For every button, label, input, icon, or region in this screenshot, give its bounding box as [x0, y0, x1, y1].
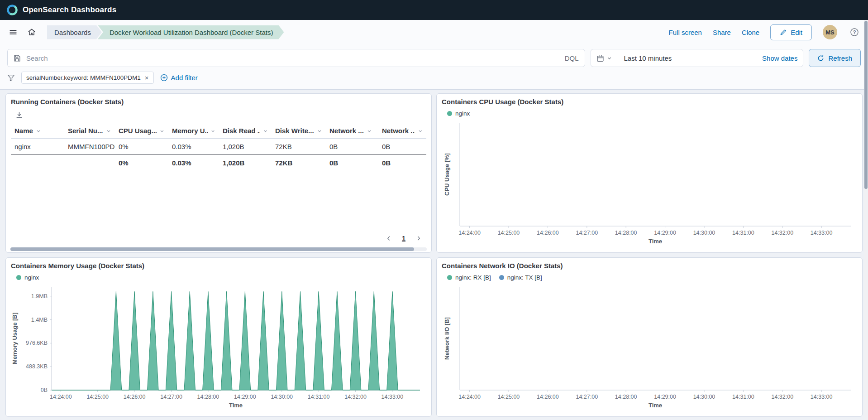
prev-page-icon[interactable]	[386, 235, 392, 241]
svg-text:14:25:00: 14:25:00	[498, 230, 520, 236]
page-vertical-scrollbar	[864, 20, 868, 420]
share-link[interactable]: Share	[713, 29, 731, 36]
chart-legend: nginx	[442, 106, 857, 118]
svg-text:14:25:00: 14:25:00	[86, 394, 109, 400]
network-io-chart[interactable]: 14:24:0014:25:0014:26:0014:27:0014:28:00…	[442, 282, 857, 411]
legend-item[interactable]: nginx	[447, 110, 470, 117]
date-quick-select-button[interactable]	[596, 54, 618, 62]
svg-text:14:27:00: 14:27:00	[160, 394, 182, 400]
dashboard-grid: Running Containers (Docker Stats) NameSe…	[0, 90, 868, 420]
opensearch-logo	[6, 4, 18, 16]
svg-text:1.9MB: 1.9MB	[31, 293, 48, 299]
svg-text:1.4MB: 1.4MB	[31, 317, 48, 323]
svg-text:14:33:00: 14:33:00	[382, 394, 404, 400]
cpu-usage-chart[interactable]: 14:24:0014:25:0014:26:0014:27:0014:28:00…	[442, 118, 857, 247]
table-cell: MMMFN100PDM1	[64, 139, 115, 155]
edit-pencil-icon	[780, 29, 787, 36]
full-screen-link[interactable]: Full screen	[669, 29, 702, 36]
search-box: DQL	[7, 49, 585, 67]
query-language-button[interactable]: DQL	[564, 54, 580, 62]
home-icon	[27, 28, 36, 37]
table-header-cell[interactable]: Name	[11, 123, 64, 139]
svg-text:14:24:00: 14:24:00	[458, 230, 481, 236]
global-header: OpenSearch Dashboards	[0, 0, 868, 20]
avatar[interactable]: MS	[823, 25, 837, 39]
table-header-cell[interactable]: Serial Nu...	[64, 123, 115, 139]
memory-usage-chart[interactable]: 14:24:0014:25:0014:26:0014:27:0014:28:00…	[11, 282, 426, 411]
save-query-icon[interactable]	[13, 54, 21, 62]
svg-text:14:32:00: 14:32:00	[344, 394, 367, 400]
legend-label: nginx	[455, 110, 470, 117]
help-button[interactable]: ?	[848, 26, 861, 39]
menu-icon	[9, 28, 17, 36]
remove-filter-icon[interactable]: ×	[145, 74, 149, 81]
clone-link[interactable]: Clone	[742, 29, 759, 36]
breadcrumb-current-dashboard[interactable]: Docker Workload Utilization Dashboard (D…	[98, 25, 284, 39]
panel-cpu-usage: Containers CPU Usage (Docker Stats) ngin…	[436, 93, 863, 253]
add-filter-button[interactable]: Add filter	[160, 74, 198, 82]
panel-title[interactable]: Containers CPU Usage (Docker Stats)	[442, 98, 563, 106]
svg-text:14:33:00: 14:33:00	[811, 394, 833, 400]
table-header-cell[interactable]: CPU Usag...	[115, 123, 168, 139]
legend-dot	[447, 275, 452, 280]
chrome-header-section: Dashboards Docker Workload Utilization D…	[0, 20, 868, 90]
time-range-value[interactable]: Last 10 minutes	[624, 54, 672, 62]
table-header-cell[interactable]: Disk Read ...	[219, 123, 272, 139]
table-cell: 1,020B	[219, 139, 272, 155]
table-pagination: 1	[381, 232, 426, 248]
table-horizontal-scrollbar-thumb[interactable]	[10, 247, 414, 251]
sort-caret-icon	[263, 128, 268, 134]
svg-text:14:28:00: 14:28:00	[615, 230, 637, 236]
sort-caret-icon	[418, 128, 423, 134]
svg-text:14:28:00: 14:28:00	[197, 394, 219, 400]
nav-actions: Full screen Share Clone Edit MS ?	[669, 24, 861, 40]
home-button[interactable]	[25, 26, 38, 39]
filter-pill[interactable]: serialNumber.keyword: MMMFN100PDM1 ×	[21, 72, 154, 84]
svg-text:14:30:00: 14:30:00	[693, 394, 715, 400]
table-header-cell[interactable]: Network ...	[378, 123, 426, 139]
table-header-cell[interactable]: Disk Write...	[272, 123, 326, 139]
filter-icon	[7, 74, 15, 82]
svg-text:14:29:00: 14:29:00	[654, 230, 676, 236]
legend-label: nginx: RX [B]	[455, 274, 491, 281]
legend-item[interactable]: nginx	[16, 274, 39, 281]
app-title: OpenSearch Dashboards	[23, 5, 116, 14]
panel-running-containers: Running Containers (Docker Stats) NameSe…	[5, 93, 432, 253]
table-header-cell[interactable]: Memory U...	[168, 123, 219, 139]
breadcrumb-dashboards[interactable]: Dashboards	[47, 25, 102, 39]
legend-dot	[499, 275, 504, 280]
table-header-cell[interactable]: Network ...	[326, 123, 378, 139]
legend-item[interactable]: nginx: TX [B]	[499, 274, 542, 281]
menu-button[interactable]	[7, 26, 19, 38]
refresh-button[interactable]: Refresh	[809, 49, 861, 67]
download-icon[interactable]	[15, 111, 23, 119]
table-total-cell	[64, 155, 115, 171]
table-header-row: NameSerial Nu...CPU Usag...Memory U...Di…	[11, 123, 426, 139]
edit-button[interactable]: Edit	[770, 24, 812, 40]
filter-pill-label: serialNumber.keyword: MMMFN100PDM1	[26, 74, 141, 81]
calendar-icon	[596, 54, 604, 62]
sort-caret-icon	[106, 128, 111, 134]
legend-dot	[16, 275, 21, 280]
page-number[interactable]: 1	[402, 235, 405, 242]
svg-text:Time: Time	[649, 402, 662, 409]
svg-text:14:29:00: 14:29:00	[654, 394, 676, 400]
search-input[interactable]	[25, 54, 559, 63]
page-vertical-scrollbar-thumb[interactable]	[864, 21, 868, 189]
table-total-cell	[11, 155, 64, 171]
panel-title[interactable]: Containers Memory Usage (Docker Stats)	[11, 262, 144, 270]
panel-memory-usage: Containers Memory Usage (Docker Stats) n…	[5, 257, 432, 417]
svg-text:14:31:00: 14:31:00	[732, 230, 754, 236]
svg-text:14:27:00: 14:27:00	[576, 230, 598, 236]
legend-item[interactable]: nginx: RX [B]	[447, 274, 491, 281]
svg-text:14:30:00: 14:30:00	[693, 230, 715, 236]
panel-title[interactable]: Running Containers (Docker Stats)	[11, 98, 124, 106]
table-total-cell: 0B	[378, 155, 426, 171]
svg-text:14:25:00: 14:25:00	[498, 394, 520, 400]
show-dates-link[interactable]: Show dates	[762, 54, 797, 62]
svg-text:Time: Time	[229, 402, 243, 409]
panel-title[interactable]: Containers Network IO (Docker Stats)	[442, 262, 563, 270]
filter-bar: serialNumber.keyword: MMMFN100PDM1 × Add…	[0, 70, 868, 90]
query-bar: DQL Last 10 minutes Show dates Refresh	[0, 44, 868, 70]
next-page-icon[interactable]	[415, 235, 422, 241]
